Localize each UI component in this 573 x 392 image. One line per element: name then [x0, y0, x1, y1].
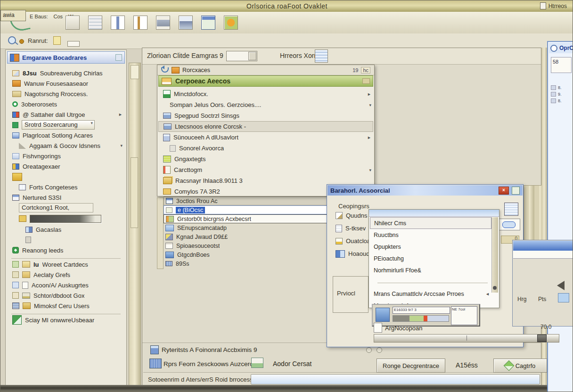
dropdown-menu-item[interactable]: Mrans Caumattlclv Arccsae Prroes ◄ [370, 288, 491, 300]
sidebar-item[interactable]: lu Woreet Cartdecs [8, 259, 124, 270]
list-view-button[interactable] [315, 49, 328, 63]
sidebar-item[interactable]: Sciay MI onwwreUsbeaar [8, 315, 124, 325]
menu-item[interactable]: Cos [54, 14, 63, 19]
submenu-arrow-icon[interactable]: ► [367, 135, 371, 140]
dialog-aux-icon[interactable] [512, 187, 520, 195]
sidebar-header[interactable]: Emgarave Bocadrares [7, 51, 125, 64]
dropdown-menu-item[interactable]: Norhmirlurli Ffoe& [370, 264, 491, 276]
scroll-top-box[interactable] [131, 65, 139, 79]
dropdown-scrollbar[interactable] [491, 217, 498, 293]
sidebar-item[interactable]: Wanuw Fousesaaseaor [8, 78, 124, 89]
dialog-title-bar[interactable]: Barahorl. Acsoorcial × [327, 185, 523, 196]
menu-item[interactable]: E Baus: [30, 14, 48, 19]
dropdown-menu-item[interactable]: Opupkters [370, 241, 491, 253]
popup-menu-item[interactable]: Gngaxtegts [158, 154, 373, 164]
popup-menu-item[interactable]: Sonorel Avoorca [165, 143, 373, 154]
radio-icon[interactable] [377, 347, 382, 353]
dropdown-menu-item[interactable]: PEioactuhg [370, 253, 491, 264]
mini-input-box[interactable] [67, 41, 80, 47]
sig-icon[interactable] [88, 16, 102, 30]
zoom-slider[interactable] [374, 334, 559, 343]
sidebar-item[interactable] [8, 255, 124, 259]
sidebar-item[interactable]: Aggaam & Gocov Idsnens ▾ [14, 140, 124, 151]
footer-line2a[interactable]: Rprs Feorn 2esckoows Auzcercg [164, 360, 256, 368]
center-input[interactable] [226, 51, 257, 61]
col1-icon[interactable] [111, 16, 125, 30]
sidebar-item[interactable]: Reanong leeds [8, 245, 124, 255]
blue-box-button[interactable] [558, 293, 569, 302]
right-panel-item[interactable]: 9. [550, 91, 573, 98]
sidebar-item[interactable]: Schtor/dbdoot Gox [8, 290, 124, 301]
config-button[interactable]: Cagtrfo [493, 359, 547, 373]
submenu-arrow-icon[interactable]: ► [367, 92, 371, 97]
input-drop-button[interactable] [248, 52, 256, 60]
back-triangle-icon[interactable] [552, 281, 565, 290]
item-label: GtgcdnBoes [177, 252, 210, 258]
popup-menu-item[interactable]: Sünouceeh A dlUsavlort ► [158, 132, 373, 143]
print-icon[interactable] [156, 16, 170, 30]
sidebar-item[interactable]: Plagrlcoat Sotlong Acares [8, 130, 124, 140]
corner-tab[interactable]: awia [0, 10, 26, 21]
sidebar-item[interactable]: Srotrd Sozercarung [8, 120, 124, 130]
dropdown-menu-item[interactable]: Nhilecr Cms [370, 217, 491, 229]
sidebar-item[interactable]: Nertured S3SI [8, 192, 124, 203]
pin-icon[interactable] [115, 54, 122, 61]
sidebar-item[interactable]: Gacaslas [21, 224, 124, 235]
popup-menu-item[interactable]: Spegpud Soctrzl Sinsgs [158, 110, 373, 121]
search-icon[interactable] [8, 36, 16, 44]
sidebar-item[interactable]: Mimoksf Ceru Users [8, 301, 124, 311]
close-icon[interactable]: × [499, 187, 509, 195]
right-panel-item[interactable]: 8. [550, 84, 573, 91]
undo-arrow-icon[interactable] [161, 67, 169, 73]
dropdown-menu-item[interactable] [370, 276, 491, 288]
tree-scroll-strip[interactable] [157, 197, 164, 269]
slider-handle[interactable] [537, 335, 547, 342]
dialog-grid-button[interactable] [504, 203, 518, 216]
popup-header-tag-icon[interactable] [362, 78, 370, 84]
win-icon[interactable] [201, 16, 215, 30]
scan-icon[interactable] [179, 16, 193, 30]
sidebar-item[interactable]: Cortckong1 Root, [14, 203, 124, 213]
popup-toolbar-tag[interactable]: hc [361, 67, 370, 74]
right-panel-badge[interactable]: 58 [551, 57, 572, 73]
right-panel-item[interactable]: 8. [550, 98, 573, 104]
scroll-thumb[interactable] [131, 157, 138, 228]
footer-line1[interactable]: Ryteritsts A Foinonral Accbximis 9 [162, 346, 257, 353]
footer-line2b[interactable]: Aodor Cersat [273, 360, 311, 368]
sidebar-item[interactable] [14, 213, 124, 224]
popup-menu-item[interactable]: Carcttogm ▾ [158, 164, 373, 175]
radio-icon[interactable] [366, 347, 372, 353]
range-department-button[interactable]: Ronge Decgrentrace [377, 359, 445, 373]
sidebar-item[interactable]: Oreatagexaer [8, 161, 124, 172]
sidebar-item[interactable] [21, 235, 124, 245]
submenu-arrow-icon[interactable]: ▾ [369, 103, 371, 107]
sidebar-scrollbar[interactable] [129, 63, 141, 391]
dialog-pill-button[interactable] [499, 219, 520, 230]
sidebar-item[interactable]: Nagotsrschg Rroccess. [8, 89, 124, 99]
sidebar-item[interactable]: Aeclaty Grefs [8, 270, 124, 280]
expand-arrow-icon[interactable]: ► [118, 112, 123, 117]
submenu-arrow-icon[interactable]: ▾ [369, 168, 371, 172]
popup-menu-item[interactable]: Sompan Jelus Oors. Gerzcioes.... ▾ [165, 99, 373, 110]
right-panel-header[interactable]: OprC [549, 43, 573, 53]
sidebar-item[interactable]: @ Sattaher dall Utrgoe ► [8, 109, 124, 120]
expand-arrow-icon[interactable]: ▾ [120, 143, 123, 148]
sidebar-item[interactable]: Fishvngorings [8, 151, 124, 161]
grid-icon[interactable] [65, 16, 80, 30]
dialog-dropdown-menu: Nhilecr Cms Ruuctbns Opupkters P [368, 209, 499, 308]
note-icon[interactable] [53, 36, 61, 45]
sidebar-item[interactable]: 3oberorosets [8, 99, 124, 109]
popup-menu-item[interactable]: Ltecsnoos elonre Corcsk - [158, 121, 373, 132]
sidebar-item[interactable]: 8Jsu Soubreaverubg Chirlas [8, 68, 124, 78]
flower-icon[interactable] [224, 16, 238, 30]
dropdown-menu-item[interactable]: Ruuctbns [370, 229, 491, 241]
item-label: Oreatagexaer [23, 163, 60, 170]
overlay-title-bar[interactable] [513, 241, 573, 251]
popup-menu-item[interactable]: Minctdofocx. ► [158, 89, 373, 99]
thumbnail-window[interactable]: E16333 9/7 3 NE 7col [372, 304, 480, 327]
sidebar-item[interactable] [8, 172, 124, 182]
sidebar-item[interactable] [8, 311, 124, 315]
col2-icon[interactable] [133, 16, 147, 30]
sidebar-item[interactable]: Forts Congeteses [14, 182, 124, 192]
sidebar-item[interactable]: Acoon/A/ Auskugrtes [8, 280, 124, 290]
